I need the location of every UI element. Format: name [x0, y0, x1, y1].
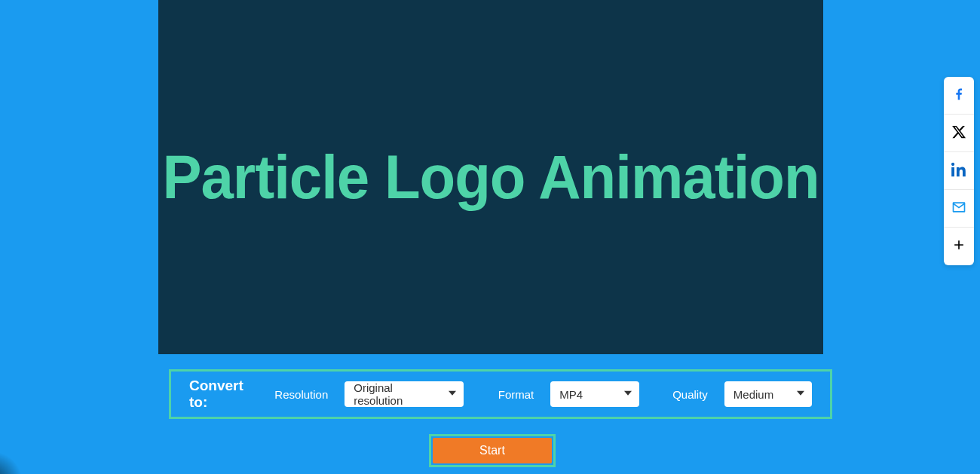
share-linkedin[interactable]	[944, 152, 974, 190]
share-more[interactable]	[944, 228, 974, 265]
linkedin-icon	[951, 162, 966, 180]
x-icon	[951, 124, 966, 142]
share-facebook[interactable]	[944, 77, 974, 115]
share-email[interactable]	[944, 190, 974, 228]
format-value: MP4	[559, 388, 583, 401]
share-bar	[944, 77, 974, 265]
plus-icon	[951, 237, 966, 255]
format-label: Format	[498, 388, 534, 401]
resolution-label: Resolution	[274, 388, 328, 401]
email-icon	[951, 200, 966, 218]
chevron-down-icon	[449, 391, 456, 396]
start-button[interactable]: Start	[433, 438, 552, 463]
chevron-down-icon	[624, 391, 632, 396]
preview-title: Particle Logo Animation	[162, 141, 819, 213]
facebook-icon	[951, 87, 966, 105]
resolution-select[interactable]: Original resolution	[345, 381, 464, 407]
corner-shadow	[0, 451, 23, 474]
start-button-wrap: Start	[429, 434, 556, 467]
format-select[interactable]: MP4	[550, 381, 639, 407]
quality-select[interactable]: Medium	[724, 381, 812, 407]
convert-panel: Convert to: Resolution Original resoluti…	[169, 369, 832, 419]
quality-value: Medium	[733, 388, 773, 401]
quality-label: Quality	[672, 388, 708, 401]
start-label: Start	[479, 444, 505, 457]
chevron-down-icon	[797, 391, 804, 396]
preview-canvas: Particle Logo Animation	[158, 0, 823, 354]
resolution-value: Original resolution	[354, 381, 441, 407]
convert-heading: Convert to:	[189, 378, 255, 411]
share-x[interactable]	[944, 115, 974, 152]
